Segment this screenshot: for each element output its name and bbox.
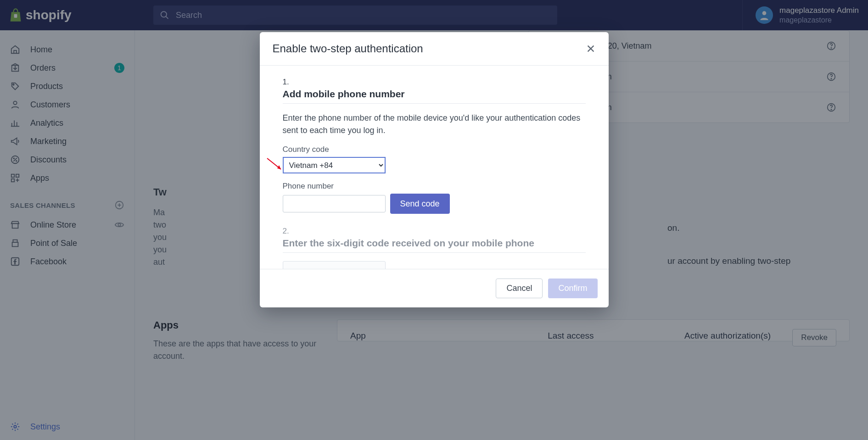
modal-overlay: Enable two-step authentication 1. Add mo… (0, 0, 868, 30)
